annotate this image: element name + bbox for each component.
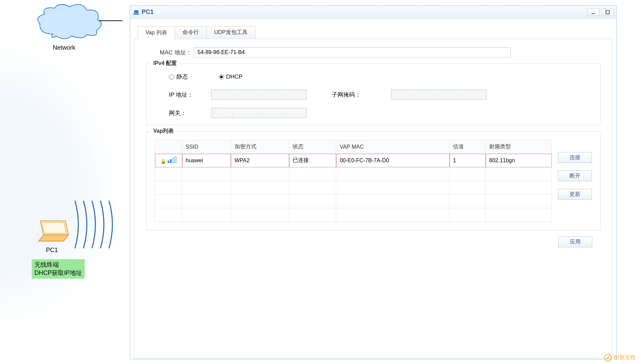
table-row[interactable]: 🔒huaweiWPA2已连接00-E0-FC-7B-7A-D01802.11bg… bbox=[155, 154, 552, 167]
topology-link bbox=[99, 20, 123, 21]
mask-label: 子网掩码： bbox=[322, 91, 383, 99]
svg-rect-3 bbox=[592, 13, 595, 14]
app-icon bbox=[133, 9, 140, 16]
radio-dhcp-label: DHCP bbox=[226, 73, 243, 80]
note-line2: DHCP获取IP地址 bbox=[34, 269, 82, 277]
title-bar[interactable]: PC1 bbox=[130, 6, 616, 19]
table-row-empty[interactable] bbox=[155, 167, 552, 181]
maximize-button[interactable] bbox=[601, 9, 614, 16]
ipv4-legend: IPv4 配置 bbox=[151, 60, 179, 67]
cloud-icon bbox=[34, 3, 106, 41]
table-row-empty[interactable] bbox=[155, 195, 552, 208]
refresh-button[interactable]: 更新 bbox=[558, 189, 592, 200]
svg-marker-1 bbox=[39, 235, 68, 241]
table-row-empty[interactable] bbox=[155, 208, 552, 222]
ip-input[interactable] bbox=[211, 89, 307, 100]
tab-cli[interactable]: 命令行 bbox=[175, 26, 207, 39]
wifi-waves-icon bbox=[72, 194, 123, 255]
tab-content: MAC 地址： IPv4 配置 静态 DHCP IP 地址： 子网掩码： bbox=[134, 39, 612, 359]
svg-marker-2 bbox=[42, 222, 66, 233]
vap-fieldset: Vap列表 SSID 加密方式 状态 VAP MAC 信道 射频类型 bbox=[146, 131, 600, 230]
watermark-icon: ✓ bbox=[604, 354, 612, 361]
watermark-text: 创新互联 bbox=[614, 354, 636, 361]
cell-radio: 802.11bgn bbox=[486, 154, 552, 167]
signal-icon bbox=[168, 156, 176, 163]
annotation-note: 无线终端 DHCP获取IP地址 bbox=[32, 259, 85, 279]
cell-vapmac: 00-E0-FC-7B-7A-D0 bbox=[336, 154, 450, 167]
table-row-empty[interactable] bbox=[155, 181, 552, 195]
vap-table[interactable]: SSID 加密方式 状态 VAP MAC 信道 射频类型 🔒huaweiWPA2… bbox=[155, 140, 552, 222]
vap-header-channel: 信道 bbox=[450, 140, 486, 154]
vap-legend: Vap列表 bbox=[151, 128, 176, 135]
row-icons: 🔒 bbox=[155, 154, 182, 167]
vap-header-vapmac: VAP MAC bbox=[336, 140, 450, 154]
radio-dot-static bbox=[169, 74, 174, 80]
ipv4-fieldset: IPv4 配置 静态 DHCP IP 地址： 子网掩码： 网关： bbox=[146, 64, 600, 125]
vap-header-status: 状态 bbox=[289, 140, 336, 154]
pc1-window: PC1 Vap 列表 命令行 UDP发包工具 MAC 地址： IPv4 配置 静… bbox=[130, 5, 617, 359]
gw-input[interactable] bbox=[211, 108, 307, 118]
svg-rect-4 bbox=[606, 11, 609, 14]
tabs: Vap 列表 命令行 UDP发包工具 bbox=[134, 23, 612, 39]
laptop-icon bbox=[34, 218, 72, 245]
tab-udp-tool[interactable]: UDP发包工具 bbox=[206, 26, 255, 39]
window-title: PC1 bbox=[142, 9, 587, 16]
radio-dhcp[interactable]: DHCP bbox=[219, 73, 243, 81]
radio-dot-dhcp bbox=[219, 74, 224, 80]
note-line1: 无线终端 bbox=[34, 261, 82, 269]
ip-label: IP 地址： bbox=[155, 91, 203, 99]
cell-ssid: huawei bbox=[182, 154, 231, 167]
radio-static-label: 静态 bbox=[176, 73, 188, 81]
minimize-button[interactable] bbox=[587, 9, 599, 16]
mac-label: MAC 地址： bbox=[146, 49, 194, 56]
vap-header-enc: 加密方式 bbox=[231, 140, 289, 154]
radio-static[interactable]: 静态 bbox=[169, 73, 188, 81]
cell-channel: 1 bbox=[450, 154, 486, 167]
tab-vap-list[interactable]: Vap 列表 bbox=[138, 27, 175, 39]
vap-header-radio: 射频类型 bbox=[486, 140, 552, 154]
watermark: ✓ 创新互联 bbox=[604, 354, 636, 361]
vap-header-ssid: SSID bbox=[182, 140, 231, 154]
mac-input[interactable] bbox=[194, 47, 511, 57]
cell-enc: WPA2 bbox=[231, 154, 289, 167]
vap-header-icon bbox=[155, 140, 182, 154]
connect-button[interactable]: 连接 bbox=[558, 152, 592, 163]
pc-label: PC1 bbox=[46, 247, 58, 254]
gw-label: 网关： bbox=[155, 109, 203, 117]
network-label: Network bbox=[53, 44, 75, 51]
vap-header-row: SSID 加密方式 状态 VAP MAC 信道 射频类型 bbox=[155, 140, 552, 154]
lock-icon: 🔒 bbox=[160, 159, 166, 164]
mask-input[interactable] bbox=[391, 89, 486, 100]
disconnect-button[interactable]: 断开 bbox=[558, 170, 592, 181]
apply-button[interactable]: 应用 bbox=[558, 236, 592, 247]
cell-status: 已连接 bbox=[289, 154, 336, 167]
